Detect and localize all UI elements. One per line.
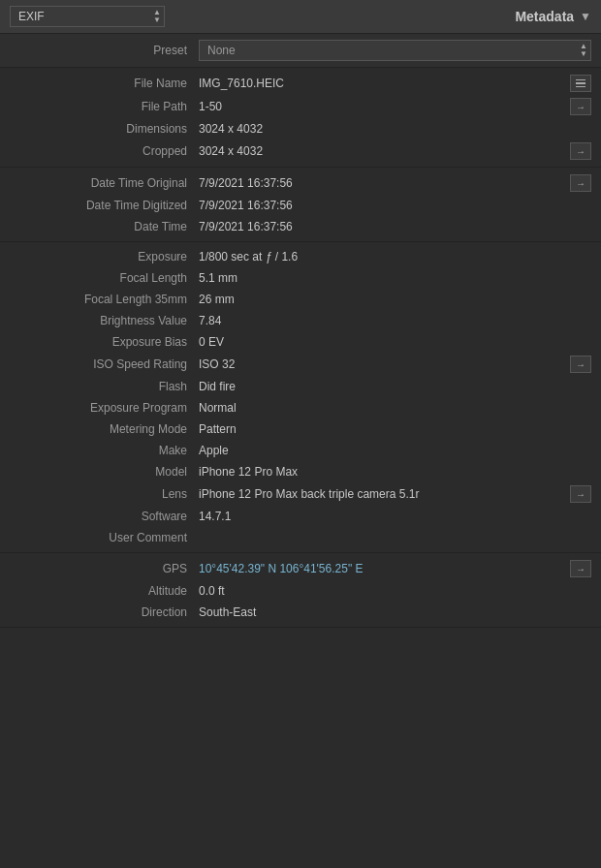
gps-arrow-button[interactable]: → bbox=[570, 560, 591, 577]
metadata-panel: EXIF IPTC XMP All ▲ ▼ Metadata ▼ Preset … bbox=[0, 0, 601, 628]
label-file-path: File Path bbox=[10, 100, 199, 113]
row-focal-length-35mm: Focal Length 35mm 26 mm bbox=[0, 289, 601, 310]
metadata-chevron-icon[interactable]: ▼ bbox=[580, 10, 591, 23]
label-metering-mode: Metering Mode bbox=[10, 422, 199, 436]
row-file-path: File Path 1-50 → bbox=[0, 95, 601, 118]
value-metering-mode: Pattern bbox=[199, 422, 591, 436]
list-icon bbox=[576, 79, 585, 88]
row-cropped: Cropped 3024 x 4032 → bbox=[0, 140, 601, 163]
preset-dropdown[interactable]: None Default bbox=[199, 40, 591, 61]
value-exposure: 1/800 sec at ƒ / 1.6 bbox=[199, 250, 591, 264]
row-exposure: Exposure 1/800 sec at ƒ / 1.6 bbox=[0, 246, 601, 267]
panel-title: Metadata ▼ bbox=[515, 9, 591, 24]
label-gps: GPS bbox=[10, 562, 199, 575]
section-gps: GPS 10°45'42.39" N 106°41'56.25" E → Alt… bbox=[0, 553, 601, 628]
value-focal-length: 5.1 mm bbox=[199, 271, 591, 285]
section-file: File Name IMG_7610.HEIC File Path 1-50 →… bbox=[0, 68, 601, 168]
label-brightness-value: Brightness Value bbox=[10, 314, 199, 327]
label-iso-speed: ISO Speed Rating bbox=[10, 357, 199, 371]
value-file-path: 1-50 bbox=[199, 100, 566, 113]
label-file-name: File Name bbox=[10, 77, 199, 90]
row-focal-length: Focal Length 5.1 mm bbox=[0, 267, 601, 289]
value-date-time-original: 7/9/2021 16:37:56 bbox=[199, 176, 566, 190]
file-name-list-button[interactable] bbox=[570, 75, 591, 92]
row-flash: Flash Did fire bbox=[0, 376, 601, 397]
arrow-right-icon: → bbox=[576, 178, 585, 189]
label-dimensions: Dimensions bbox=[10, 122, 199, 136]
value-exposure-bias: 0 EV bbox=[199, 335, 591, 349]
value-direction: South-East bbox=[199, 605, 591, 619]
metadata-label: Metadata bbox=[515, 9, 574, 24]
label-direction: Direction bbox=[10, 605, 199, 619]
row-iso-speed: ISO Speed Rating ISO 32 → bbox=[0, 353, 601, 376]
row-exposure-program: Exposure Program Normal bbox=[0, 397, 601, 418]
label-lens: Lens bbox=[10, 487, 199, 501]
value-model: iPhone 12 Pro Max bbox=[199, 465, 591, 479]
arrow-right-icon: → bbox=[576, 146, 585, 157]
row-user-comment: User Comment bbox=[0, 527, 601, 548]
header-bar: EXIF IPTC XMP All ▲ ▼ Metadata ▼ bbox=[0, 0, 601, 34]
value-focal-length-35mm: 26 mm bbox=[199, 293, 591, 306]
row-file-name: File Name IMG_7610.HEIC bbox=[0, 72, 601, 95]
label-user-comment: User Comment bbox=[10, 531, 199, 544]
row-model: Model iPhone 12 Pro Max bbox=[0, 461, 601, 482]
file-path-arrow-button[interactable]: → bbox=[570, 98, 591, 115]
value-make: Apple bbox=[199, 444, 591, 457]
value-file-name: IMG_7610.HEIC bbox=[199, 77, 566, 90]
row-altitude: Altitude 0.0 ft bbox=[0, 580, 601, 602]
row-software: Software 14.7.1 bbox=[0, 506, 601, 527]
row-make: Make Apple bbox=[0, 440, 601, 461]
arrow-right-icon: → bbox=[576, 564, 585, 574]
section-camera: Exposure 1/800 sec at ƒ / 1.6 Focal Leng… bbox=[0, 242, 601, 553]
preset-label: Preset bbox=[10, 44, 199, 57]
label-focal-length-35mm: Focal Length 35mm bbox=[10, 293, 199, 306]
value-gps: 10°45'42.39" N 106°41'56.25" E bbox=[199, 562, 566, 575]
value-cropped: 3024 x 4032 bbox=[199, 144, 566, 158]
label-model: Model bbox=[10, 465, 199, 479]
row-exposure-bias: Exposure Bias 0 EV bbox=[0, 331, 601, 353]
label-cropped: Cropped bbox=[10, 144, 199, 158]
label-flash: Flash bbox=[10, 380, 199, 393]
section-datetime: Date Time Original 7/9/2021 16:37:56 → D… bbox=[0, 168, 601, 242]
preset-selector[interactable]: None Default ▲ ▼ bbox=[199, 40, 591, 61]
label-date-time-digitized: Date Time Digitized bbox=[10, 199, 199, 212]
label-exposure-bias: Exposure Bias bbox=[10, 335, 199, 349]
label-date-time-original: Date Time Original bbox=[10, 176, 199, 190]
lens-arrow-button[interactable]: → bbox=[570, 485, 591, 503]
value-brightness-value: 7.84 bbox=[199, 314, 591, 327]
value-software: 14.7.1 bbox=[199, 510, 591, 523]
label-exposure-program: Exposure Program bbox=[10, 401, 199, 415]
row-dimensions: Dimensions 3024 x 4032 bbox=[0, 118, 601, 140]
arrow-right-icon: → bbox=[576, 102, 585, 112]
row-date-time: Date Time 7/9/2021 16:37:56 bbox=[0, 216, 601, 237]
value-dimensions: 3024 x 4032 bbox=[199, 122, 591, 136]
value-date-time: 7/9/2021 16:37:56 bbox=[199, 220, 591, 233]
row-lens: Lens iPhone 12 Pro Max back triple camer… bbox=[0, 482, 601, 506]
row-gps: GPS 10°45'42.39" N 106°41'56.25" E → bbox=[0, 557, 601, 580]
label-date-time: Date Time bbox=[10, 220, 199, 233]
arrow-right-icon: → bbox=[576, 489, 585, 500]
iso-arrow-button[interactable]: → bbox=[570, 356, 591, 373]
label-software: Software bbox=[10, 510, 199, 523]
value-date-time-digitized: 7/9/2021 16:37:56 bbox=[199, 199, 591, 212]
row-date-time-digitized: Date Time Digitized 7/9/2021 16:37:56 bbox=[0, 195, 601, 216]
value-flash: Did fire bbox=[199, 380, 591, 393]
value-lens: iPhone 12 Pro Max back triple camera 5.1… bbox=[199, 487, 566, 501]
label-altitude: Altitude bbox=[10, 584, 199, 598]
row-metering-mode: Metering Mode Pattern bbox=[0, 418, 601, 440]
arrow-right-icon: → bbox=[576, 359, 585, 370]
row-date-time-original: Date Time Original 7/9/2021 16:37:56 → bbox=[0, 171, 601, 195]
row-brightness-value: Brightness Value 7.84 bbox=[0, 310, 601, 331]
value-iso-speed: ISO 32 bbox=[199, 357, 566, 371]
preset-row: Preset None Default ▲ ▼ bbox=[0, 34, 601, 68]
label-exposure: Exposure bbox=[10, 250, 199, 264]
cropped-arrow-button[interactable]: → bbox=[570, 142, 591, 160]
exif-selector[interactable]: EXIF IPTC XMP All ▲ ▼ bbox=[10, 6, 165, 27]
exif-dropdown[interactable]: EXIF IPTC XMP All bbox=[10, 6, 165, 27]
label-focal-length: Focal Length bbox=[10, 271, 199, 285]
date-original-arrow-button[interactable]: → bbox=[570, 174, 591, 192]
value-altitude: 0.0 ft bbox=[199, 584, 591, 598]
value-exposure-program: Normal bbox=[199, 401, 591, 415]
row-direction: Direction South-East bbox=[0, 602, 601, 623]
label-make: Make bbox=[10, 444, 199, 457]
